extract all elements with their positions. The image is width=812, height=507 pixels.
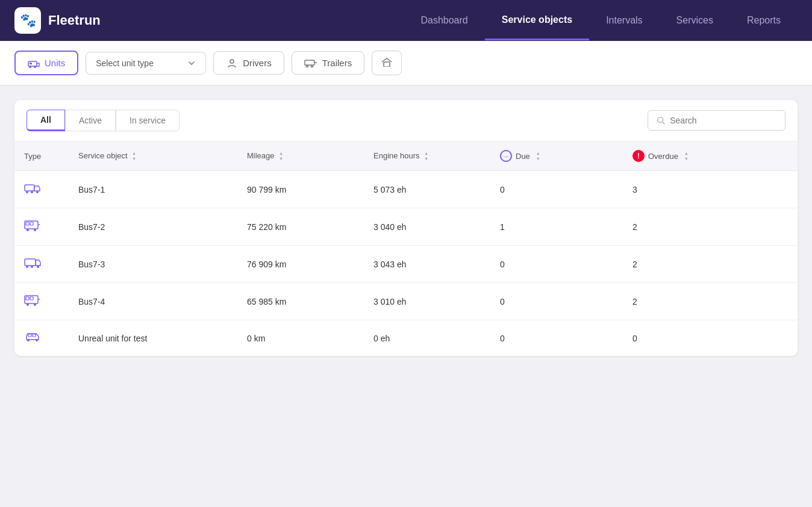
search-input[interactable]	[670, 116, 776, 125]
table-row[interactable]: Bus7-2 75 220 km 3 040 eh 1 2	[14, 208, 798, 246]
svg-rect-18	[30, 222, 33, 225]
nav-service-objects[interactable]: Service objects	[485, 1, 589, 40]
mileage-value: 76 909 km	[247, 260, 286, 269]
due-value: 0	[500, 260, 505, 269]
search-icon	[657, 116, 665, 125]
drivers-button[interactable]: Drivers	[213, 51, 284, 75]
row-engine-cell: 3 040 eh	[364, 208, 490, 246]
sort-mileage-icon	[279, 151, 283, 161]
row-due-cell: 0	[490, 283, 623, 320]
col-due-header[interactable]: → Due	[490, 142, 623, 171]
svg-point-23	[26, 266, 28, 268]
mileage-value: 0 km	[247, 334, 265, 343]
search-box[interactable]	[648, 110, 785, 131]
brand-name: Fleetrun	[48, 13, 101, 28]
row-icon-cell	[14, 246, 69, 283]
row-overdue-cell: 0	[623, 320, 798, 356]
table-row[interactable]: Bus7-4 65 985 km 3 010 eh 0 2	[14, 283, 798, 320]
row-icon-cell	[14, 283, 69, 320]
units-icon	[28, 58, 40, 68]
home-icon	[381, 57, 393, 67]
svg-point-30	[34, 303, 36, 306]
unit-type-select[interactable]: Select unit type	[86, 52, 206, 75]
unit-name: Bus7-3	[78, 260, 105, 269]
brand: 🐾 Fleetrun	[14, 7, 101, 34]
svg-rect-12	[25, 185, 34, 191]
svg-point-29	[27, 303, 29, 306]
svg-point-6	[306, 65, 308, 67]
nav-intervals[interactable]: Intervals	[589, 2, 659, 39]
svg-rect-27	[26, 297, 29, 300]
row-engine-cell: 5 073 eh	[364, 171, 490, 208]
svg-point-7	[311, 65, 313, 67]
row-overdue-cell: 2	[623, 283, 798, 320]
svg-point-10	[658, 117, 663, 123]
row-engine-cell: 3 010 eh	[364, 283, 490, 320]
svg-point-24	[31, 266, 33, 268]
svg-point-20	[34, 229, 36, 231]
trailers-button[interactable]: Trailers	[292, 51, 364, 75]
overdue-value: 2	[632, 297, 637, 306]
engine-hours-value: 3 010 eh	[373, 297, 407, 306]
nav-reports[interactable]: Reports	[730, 2, 798, 39]
row-mileage-cell: 65 985 km	[237, 283, 364, 320]
row-name-cell: Bus7-3	[69, 246, 237, 283]
col-overdue-header[interactable]: ! Overdue	[623, 142, 798, 171]
unit-type-icon	[24, 295, 41, 308]
table-row[interactable]: Unreal unit for test 0 km 0 eh 0 0	[14, 320, 798, 356]
row-overdue-cell: 2	[623, 246, 798, 283]
tab-all[interactable]: All	[27, 110, 65, 131]
sort-overdue-icon	[684, 151, 689, 161]
units-button[interactable]: Units	[14, 51, 78, 75]
table-body: Bus7-1 90 799 km 5 073 eh 0 3 Bus7-2	[14, 171, 798, 356]
svg-point-15	[36, 191, 39, 193]
chevron-down-icon	[187, 59, 196, 67]
svg-point-2	[29, 66, 31, 68]
svg-rect-5	[305, 60, 314, 65]
overdue-value: 0	[632, 334, 637, 343]
drivers-icon	[226, 58, 238, 68]
table-row[interactable]: Bus7-1 90 799 km 5 073 eh 0 3	[14, 171, 798, 208]
engine-hours-value: 3 040 eh	[373, 222, 407, 232]
col-type-header: Type	[14, 142, 69, 171]
main-content: All Active In service Type	[0, 86, 812, 370]
due-value: 0	[500, 334, 505, 343]
sort-due-icon	[536, 151, 540, 161]
tab-active[interactable]: Active	[65, 110, 116, 131]
nav-services[interactable]: Services	[660, 2, 730, 39]
svg-rect-22	[25, 259, 36, 266]
row-name-cell: Unreal unit for test	[69, 320, 237, 356]
engine-hours-value: 3 043 eh	[373, 260, 407, 269]
row-icon-cell	[14, 171, 69, 208]
row-engine-cell: 0 eh	[364, 320, 490, 356]
brand-logo: 🐾	[14, 7, 41, 34]
svg-rect-28	[30, 297, 33, 300]
row-icon-cell	[14, 320, 69, 356]
trailers-icon	[304, 59, 317, 67]
svg-point-19	[27, 229, 29, 231]
tab-in-service[interactable]: In service	[116, 110, 180, 131]
row-due-cell: 1	[490, 208, 623, 246]
filter-tabs: All Active In service	[27, 110, 180, 131]
svg-point-3	[34, 66, 36, 68]
unit-name: Unreal unit for test	[78, 334, 147, 343]
trailers-label: Trailers	[322, 58, 352, 68]
top-nav: 🐾 Fleetrun Dashboard Service objects Int…	[0, 0, 812, 41]
unit-name: Bus7-2	[78, 222, 105, 232]
row-overdue-cell: 2	[623, 208, 798, 246]
table-row[interactable]: Bus7-3 76 909 km 3 043 eh 0 2	[14, 246, 798, 283]
svg-line-11	[663, 122, 665, 125]
col-engine-header[interactable]: Engine hours	[364, 142, 490, 171]
unit-type-icon	[24, 331, 41, 344]
col-mileage-header[interactable]: Mileage	[237, 142, 364, 171]
svg-point-34	[27, 339, 30, 341]
svg-point-4	[230, 60, 234, 63]
svg-rect-17	[26, 222, 29, 225]
more-button[interactable]	[372, 51, 402, 75]
nav-dashboard[interactable]: Dashboard	[404, 2, 484, 39]
row-due-cell: 0	[490, 320, 623, 356]
row-mileage-cell: 76 909 km	[237, 246, 364, 283]
col-service-header[interactable]: Service object	[69, 142, 237, 171]
service-objects-table: Type Service object Mileage Engine hours	[14, 142, 798, 356]
svg-rect-32	[28, 334, 31, 337]
